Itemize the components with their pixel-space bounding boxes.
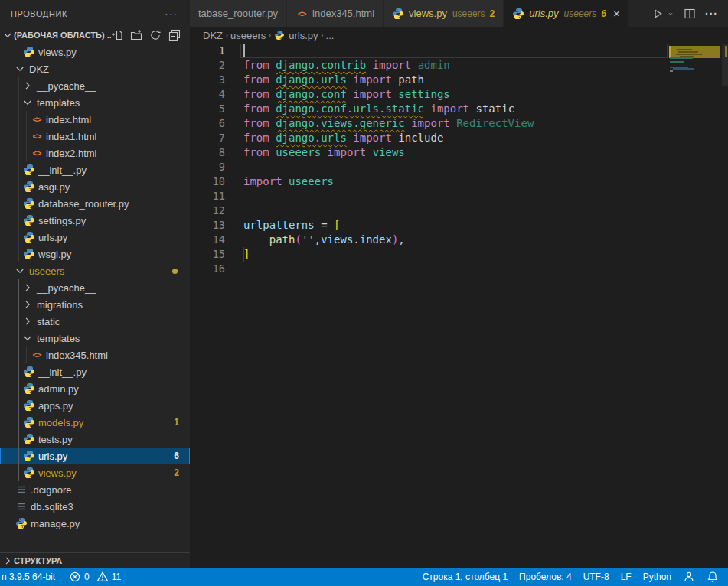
tree-file--init-py[interactable]: __init__.py [0,161,190,178]
code-line-15[interactable]: 15] [190,247,668,262]
breadcrumb-item[interactable]: urls.py [273,29,318,41]
new-folder-icon[interactable] [130,29,142,41]
line-number[interactable]: 5 [190,102,225,116]
status-item-language-mode[interactable]: Python [643,571,671,582]
refresh-icon[interactable] [149,29,162,41]
line-number[interactable]: 10 [190,174,225,189]
tree-folder--pycache-[interactable]: __pycache__ [0,77,190,94]
new-file-icon[interactable] [111,29,123,41]
tab-tabase-roouter-py[interactable]: tabase_roouter.py [190,0,286,27]
tree-file-views-py[interactable]: views.py [0,44,190,60]
workspace-section-header[interactable]: (РАБОЧАЯ ОБЛАСТЬ) ... [0,27,190,44]
tabs: tabase_roouter.py<>index345.htmlviews.py… [190,0,641,27]
line-number[interactable]: 8 [190,145,225,160]
code-line-16[interactable]: 16 [190,262,668,276]
tree-file-index1-html[interactable]: <>index1.html [0,128,190,145]
line-number[interactable]: 4 [190,87,225,102]
code-line-5[interactable]: 5from django.conf.urls.static import sta… [190,102,668,116]
code-line-14[interactable]: 14 path('',views.index), [190,233,668,247]
line-number[interactable]: 3 [190,73,225,87]
tree-file-tests-py[interactable]: tests.py [0,431,190,448]
code-line-8[interactable]: 8from useeers import views [190,145,668,160]
line-number[interactable]: 6 [190,116,225,131]
tab-index345-html[interactable]: <>index345.html [287,0,383,27]
line-number[interactable]: 1 [190,44,225,58]
tree-file-index345-html[interactable]: <>index345.html [0,347,190,363]
tree-file-admin-py[interactable]: admin.py [0,380,190,397]
line-text: from django.contrib import admin [243,58,450,73]
bell-icon[interactable] [707,571,719,583]
tree-file-wsgi-py[interactable]: wsgi.py [0,246,190,262]
run-icon[interactable] [651,8,664,20]
tree-file-models-py[interactable]: models.py1 [0,414,190,431]
tree-folder--pycache-[interactable]: __pycache__ [0,279,190,296]
tree-folder-templates[interactable]: templates [0,94,190,111]
tree-file-apps-py[interactable]: apps.py [0,397,190,414]
status-item-cursor-position[interactable]: Строка 1, столбец 1 [423,571,508,582]
tree-folder-useeers[interactable]: useeers [0,262,190,279]
tab-problems-badge: 6 [601,8,606,19]
status-item-feedback[interactable] [683,571,695,583]
tree-file-manage-py[interactable]: manage.py [0,515,190,532]
tab-views-py[interactable]: views.pyuseeers2 [384,0,503,27]
line-number[interactable]: 16 [190,262,225,276]
code-line-10[interactable]: 10import useeers [190,174,668,189]
code-line-7[interactable]: 7from django.urls import include [190,131,668,145]
tab-close-icon[interactable]: × [613,8,620,19]
line-number[interactable]: 9 [190,160,225,174]
tab-urls-py[interactable]: urls.pyuseeers6× [504,0,628,27]
tree-file-asgi-py[interactable]: asgi.py [0,178,190,195]
code-line-2[interactable]: 2from django.contrib import admin [190,58,668,73]
breadcrumb-item[interactable]: ... [326,30,335,41]
status-item-python-interpreter[interactable]: n 3.9.5 64-bit [2,571,55,582]
tree-file-views-py[interactable]: views.py2 [0,464,190,481]
tree-file-database-roouter-py[interactable]: database_roouter.py [0,195,190,212]
explorer-more-icon[interactable]: ··· [165,8,178,20]
tree-folder-templates[interactable]: templates [0,330,190,347]
tree-folder-dkz[interactable]: DKZ [0,60,190,77]
code-line-3[interactable]: 3from django.urls import path [190,73,668,87]
minimap[interactable] [668,44,722,135]
split-editor-icon[interactable] [684,8,696,20]
code-line-11[interactable]: 11 [190,189,668,203]
tree-file-urls-py[interactable]: urls.py6 [0,448,190,464]
status-item-eol[interactable]: LF [621,571,632,582]
code-line-6[interactable]: 6from django.views.generic import Redire… [190,116,668,131]
line-number[interactable]: 7 [190,131,225,145]
line-number[interactable]: 15 [190,247,225,262]
run-dropdown-icon[interactable] [667,8,674,20]
line-number[interactable]: 11 [190,189,225,203]
feedback-icon[interactable] [683,571,695,583]
status-item-problems[interactable]: 011 [69,571,121,583]
breadcrumb-item[interactable]: DKZ [203,30,223,41]
python-icon [23,46,35,58]
code-line-1[interactable]: 1 [190,44,668,58]
code-line-12[interactable]: 12 [190,203,668,218]
code-line-4[interactable]: 4from django.conf import settings [190,87,668,102]
status-item-indentation[interactable]: Пробелов: 4 [519,571,572,582]
tree-folder-static[interactable]: static [0,313,190,330]
status-item-notifications[interactable] [707,571,719,583]
outline-section-header[interactable]: СТРУКТУРА [0,552,190,568]
tree-file--init-py[interactable]: __init__.py [0,363,190,380]
line-number[interactable]: 12 [190,203,225,218]
tree-file-settings-py[interactable]: settings.py [0,212,190,229]
tree-file-db-sqlite3[interactable]: db.sqlite3 [0,498,190,515]
editor-more-actions-icon[interactable]: ··· [705,8,718,20]
tree-file-index-html[interactable]: <>index.html [0,111,190,128]
code-editor[interactable]: 12from django.contrib import admin3from … [190,44,728,568]
tree-folder-migrations[interactable]: migrations [0,296,190,313]
tree-file-urls-py[interactable]: urls.py [0,229,190,246]
status-right: Строка 1, столбец 1Пробелов: 4UTF-8LFPyt… [423,571,728,583]
code-line-9[interactable]: 9 [190,160,668,174]
breadcrumb-item[interactable]: useeers [230,30,266,41]
status-item-encoding[interactable]: UTF-8 [583,571,609,582]
code-line-13[interactable]: 13urlpatterns = [ [190,218,668,233]
overview-ruler[interactable] [722,44,728,135]
line-number[interactable]: 13 [190,218,225,233]
collapse-all-icon[interactable] [168,29,181,41]
tree-file--dcignore[interactable]: .dcignore [0,481,190,498]
tree-file-index2-html[interactable]: <>index2.html [0,145,190,161]
line-number[interactable]: 14 [190,233,225,247]
line-number[interactable]: 2 [190,58,225,73]
